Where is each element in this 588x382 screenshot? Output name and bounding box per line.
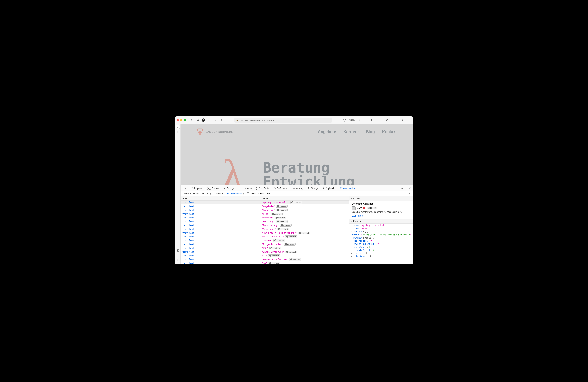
- new-tab-button[interactable]: +: [177, 130, 179, 134]
- simulate-select[interactable]: 👁 Contrast loss ▴▾: [227, 192, 244, 195]
- prop-states[interactable]: ▶states: […]: [351, 252, 411, 254]
- tab-style-editor[interactable]: {}Style Editor: [254, 185, 271, 191]
- address-bar[interactable]: 🔒 ⚏ www.lambdaschmiede.com: [234, 117, 332, 123]
- responsive-mode-icon[interactable]: ⧉: [401, 187, 403, 190]
- tree-row[interactable]: text leaf:: [181, 246, 260, 250]
- permissions-icon[interactable]: ⚏: [241, 118, 244, 122]
- profile-icon[interactable]: P: [202, 118, 205, 122]
- tree-row-name[interactable]: "MEHR ERFAHREN →"!contrast: [260, 235, 349, 239]
- zoom-window[interactable]: [184, 119, 186, 121]
- tree-row-name[interactable]: "Kontakt"!contrast: [260, 216, 349, 220]
- library-icon[interactable]: ⫿⫿: [370, 117, 375, 123]
- contrast-badge: !contrast: [273, 239, 285, 242]
- tree-row[interactable]: text leaf:: [181, 261, 260, 264]
- tab-debugger[interactable]: ⏵Debugger: [222, 185, 238, 191]
- tree-row[interactable]: text leaf:: [181, 258, 260, 261]
- learn-more-link[interactable]: Learn more: [352, 214, 411, 217]
- tree-row[interactable]: text leaf:: [181, 239, 260, 242]
- zoom-level[interactable]: 133%: [349, 119, 355, 121]
- add-panel-button[interactable]: +: [177, 258, 179, 262]
- prop-relations[interactable]: ▶relations: {…}: [351, 255, 411, 258]
- sidebar-toggle-icon[interactable]: ▣: [175, 248, 180, 253]
- tree-row[interactable]: text leaf:: [181, 201, 260, 204]
- gear-icon[interactable]: ⚙: [189, 117, 194, 123]
- tree-row-name[interactable]: "Entwicklung"!contrast: [260, 223, 349, 227]
- check-issues-select[interactable]: Check for issues: All Issues ▴▾: [183, 192, 211, 195]
- tree-row-name[interactable]: "Blog"!contrast: [260, 212, 349, 216]
- devtools-close-icon[interactable]: ✕: [409, 187, 411, 190]
- prop-domnode[interactable]: DOMNode: #text: [351, 237, 411, 239]
- tree-row[interactable]: text leaf:: [181, 223, 260, 227]
- bookmark-star-icon[interactable]: ☆: [357, 117, 362, 123]
- pocket-icon[interactable]: ▫: [392, 117, 397, 123]
- eye-icon: 👁: [227, 192, 229, 195]
- tree-row[interactable]: text leaf:: [181, 227, 260, 231]
- tree-row[interactable]: text leaf:: [181, 235, 260, 239]
- contrast-badge: !contrast: [271, 213, 282, 215]
- tabbing-order-checkbox[interactable]: Show Tabbing Order: [247, 192, 270, 195]
- devtools-menu-icon[interactable]: ⋯: [405, 187, 407, 190]
- tab-storage[interactable]: 🗄Storage: [306, 185, 320, 191]
- tree-row-name[interactable]: "Springe zum Inhalt "!contrast: [260, 201, 349, 204]
- prop-actions[interactable]: ▶actions: […]: [351, 230, 411, 233]
- sync-icon[interactable]: ⇄: [195, 117, 200, 123]
- settings-icon[interactable]: ⚙: [409, 192, 411, 195]
- nav-karriere[interactable]: Karriere: [343, 130, 359, 134]
- tree-row-name[interactable]: "Ihr Erfolg im Mittelpunkt"!contrast: [260, 231, 349, 235]
- properties-header[interactable]: ▼Properties: [349, 219, 413, 224]
- site-logo[interactable]: LAMBDA SCHMIEDE: [197, 128, 233, 136]
- browser-toolbar: ⚙ ⇄ P ‹ › ⟳ 🔒 ⚏ www.lambdaschmiede.com ◯…: [175, 116, 413, 124]
- contrast-badge: !contrast: [280, 224, 292, 227]
- nav-kontakt[interactable]: Kontakt: [382, 130, 397, 134]
- reload-button[interactable]: ⟳: [219, 117, 225, 123]
- tree-row[interactable]: text leaf:: [181, 212, 260, 216]
- tree-row[interactable]: text leaf:: [181, 254, 260, 258]
- tab-application[interactable]: ⊞Application: [321, 185, 338, 191]
- tree-row-name[interactable]: "25000+"!contrast: [260, 239, 349, 242]
- nav-angebote[interactable]: Angebote: [318, 130, 336, 134]
- puzzle-icon[interactable]: ⬡: [399, 117, 404, 123]
- tree-row-name[interactable]: "Konferenzauftritte"!contrast: [260, 258, 349, 261]
- d-indicator: D: [177, 255, 178, 257]
- devtools-picker-icon[interactable]: ▭⁺: [182, 185, 189, 191]
- nav-blog[interactable]: Blog: [366, 130, 375, 134]
- tree-row-name[interactable]: "Beratung"!contrast: [260, 220, 349, 223]
- tree-row[interactable]: text leaf:: [181, 242, 260, 246]
- tab-network[interactable]: ↑↓Network: [239, 185, 254, 191]
- tree-row-name[interactable]: "Karriere"!contrast: [260, 208, 349, 212]
- forward-button: ›: [213, 117, 218, 123]
- tree-row[interactable]: text leaf:: [181, 204, 260, 208]
- back-button[interactable]: ‹: [206, 117, 211, 123]
- tree-row-name[interactable]: "40"!contrast: [260, 261, 349, 264]
- checks-header[interactable]: ▼Checks: [349, 196, 413, 201]
- tree-row-name[interactable]: "Angebote"!contrast: [260, 204, 349, 208]
- tab-accessibility[interactable]: ✱Accessibility: [338, 185, 357, 191]
- menu-icon[interactable]: ⋯: [406, 117, 411, 123]
- tab-performance[interactable]: ◷Performance: [272, 185, 291, 191]
- tab-console[interactable]: ❯_Console: [205, 185, 221, 191]
- extension-icon[interactable]: ⊚: [384, 117, 390, 123]
- contrast-badge: !contrast: [268, 262, 280, 264]
- tree-row-name[interactable]: "Projektstunden"!contrast: [260, 242, 349, 246]
- page-content: LAMBDA SCHMIEDE Angebote Karriere Blog K…: [181, 124, 413, 185]
- minimize-window[interactable]: [180, 119, 183, 121]
- download-icon[interactable]: ↓: [377, 117, 382, 123]
- tree-row[interactable]: text leaf:: [181, 208, 260, 212]
- tree-row[interactable]: text leaf:: [181, 220, 260, 223]
- tree-row[interactable]: text leaf:: [181, 231, 260, 235]
- tree-row-name[interactable]: "Jahre Erfahrung"!contrast: [260, 250, 349, 254]
- large-text-badge: large text: [367, 207, 377, 209]
- tree-row-name[interactable]: "17"!contrast: [260, 254, 349, 258]
- tab-memory[interactable]: ⧈Memory: [291, 185, 305, 191]
- shield-icon[interactable]: ◯: [342, 117, 347, 123]
- tree-row-name[interactable]: "Schulung "!contrast: [260, 227, 349, 231]
- contrast-swatch: [352, 206, 355, 210]
- tree-row[interactable]: text leaf:: [181, 250, 260, 254]
- active-tab-favicon[interactable]: ▽: [176, 125, 180, 129]
- tree-row-name[interactable]: "23+"!contrast: [260, 246, 349, 250]
- close-window[interactable]: [177, 119, 179, 121]
- tab-inspector[interactable]: ▢Inspector: [189, 185, 205, 191]
- contrast-badge: !contrast: [289, 258, 301, 261]
- lock-icon: 🔒: [236, 118, 239, 122]
- tree-row[interactable]: text leaf:: [181, 216, 260, 220]
